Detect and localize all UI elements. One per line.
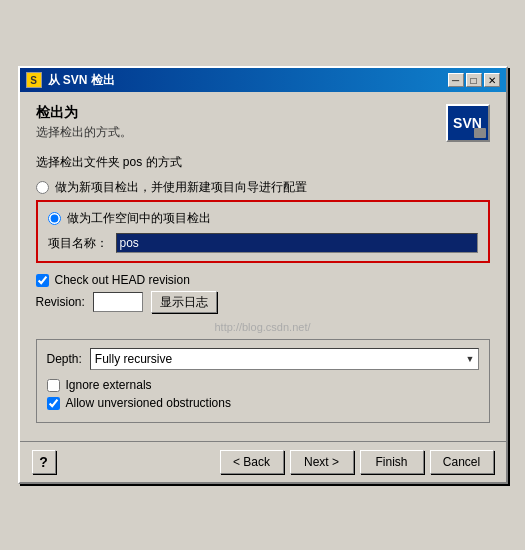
finish-button[interactable]: Finish bbox=[360, 450, 424, 474]
header-text: 检出为 选择检出的方式。 bbox=[36, 104, 132, 141]
maximize-button[interactable]: □ bbox=[466, 73, 482, 87]
radio-workspace-label: 做为工作空间中的项目检出 bbox=[67, 210, 211, 227]
section-label: 选择检出文件夹 pos 的方式 bbox=[36, 154, 490, 171]
depth-label: Depth: bbox=[47, 352, 82, 366]
checkout-head-checkbox[interactable] bbox=[36, 274, 49, 287]
close-button[interactable]: ✕ bbox=[484, 73, 500, 87]
radio-new-project[interactable] bbox=[36, 181, 49, 194]
revision-row: Revision: 显示日志 bbox=[36, 291, 490, 313]
page-subtitle: 选择检出的方式。 bbox=[36, 124, 132, 141]
depth-select[interactable]: Fully recursive Immediate children Only … bbox=[90, 348, 479, 370]
allow-unversioned-row: Allow unversioned obstructions bbox=[47, 396, 479, 410]
next-button[interactable]: Next > bbox=[290, 450, 354, 474]
url-watermark: http://blog.csdn.net/ bbox=[36, 321, 490, 333]
allow-unversioned-checkbox[interactable] bbox=[47, 397, 60, 410]
title-bar-left: S 从 SVN 检出 bbox=[26, 72, 115, 89]
window-title: 从 SVN 检出 bbox=[48, 72, 115, 89]
ignore-externals-label: Ignore externals bbox=[66, 378, 152, 392]
main-content: 检出为 选择检出的方式。 SVN 选择检出文件夹 pos 的方式 做为新项目检出… bbox=[20, 92, 506, 441]
back-button[interactable]: < Back bbox=[220, 450, 284, 474]
revision-input[interactable] bbox=[93, 292, 143, 312]
radio-item-1: 做为新项目检出，并使用新建项目向导进行配置 bbox=[36, 179, 490, 196]
radio-item-2: 做为工作空间中的项目检出 bbox=[48, 210, 478, 227]
depth-row: Depth: Fully recursive Immediate childre… bbox=[47, 348, 479, 370]
footer-right: < Back Next > Finish Cancel bbox=[220, 450, 494, 474]
ignore-externals-checkbox[interactable] bbox=[47, 379, 60, 392]
cancel-button[interactable]: Cancel bbox=[430, 450, 494, 474]
window-icon: S bbox=[26, 72, 42, 88]
footer: ? < Back Next > Finish Cancel bbox=[20, 441, 506, 482]
svn-logo: SVN bbox=[446, 104, 490, 142]
depth-select-wrapper: Fully recursive Immediate children Only … bbox=[90, 348, 479, 370]
radio-group: 做为新项目检出，并使用新建项目向导进行配置 bbox=[36, 179, 490, 196]
checkout-head-label: Check out HEAD revision bbox=[55, 273, 190, 287]
help-button[interactable]: ? bbox=[32, 450, 56, 474]
highlighted-section: 做为工作空间中的项目检出 项目名称： bbox=[36, 200, 490, 263]
page-title: 检出为 bbox=[36, 104, 132, 122]
depth-section: Depth: Fully recursive Immediate childre… bbox=[36, 339, 490, 423]
radio-workspace-project[interactable] bbox=[48, 212, 61, 225]
minimize-button[interactable]: ─ bbox=[448, 73, 464, 87]
main-window: S 从 SVN 检出 ─ □ ✕ 检出为 选择检出的方式。 SVN 选择检出文件… bbox=[18, 66, 508, 484]
radio-new-project-label: 做为新项目检出，并使用新建项目向导进行配置 bbox=[55, 179, 307, 196]
title-bar: S 从 SVN 检出 ─ □ ✕ bbox=[20, 68, 506, 92]
footer-left: ? bbox=[32, 450, 56, 474]
allow-unversioned-label: Allow unversioned obstructions bbox=[66, 396, 231, 410]
revision-label: Revision: bbox=[36, 295, 85, 309]
project-name-label: 项目名称： bbox=[48, 235, 108, 252]
checkout-head-row: Check out HEAD revision bbox=[36, 273, 490, 287]
project-name-row: 项目名称： bbox=[48, 233, 478, 253]
project-name-input[interactable] bbox=[116, 233, 478, 253]
show-log-button[interactable]: 显示日志 bbox=[151, 291, 217, 313]
ignore-externals-row: Ignore externals bbox=[47, 378, 479, 392]
title-buttons: ─ □ ✕ bbox=[448, 73, 500, 87]
header-area: 检出为 选择检出的方式。 SVN bbox=[36, 104, 490, 142]
